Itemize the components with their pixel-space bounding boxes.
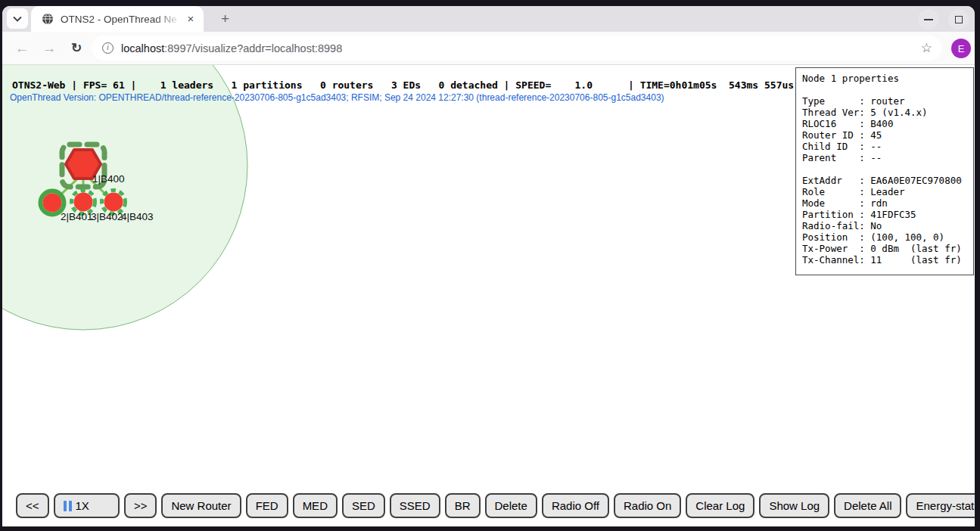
node-properties-body: Type : router Thread Ver: 5 (v1.4.x) RLO… — [802, 95, 967, 266]
delete-button[interactable]: Delete — [485, 493, 537, 518]
window-maximize-button[interactable] — [948, 9, 969, 30]
speed-up-button[interactable]: >> — [124, 493, 157, 518]
node-4-label: 4|B403 — [121, 211, 154, 222]
site-info-icon[interactable]: i — [102, 42, 114, 54]
med-button[interactable]: MED — [293, 493, 338, 518]
new-tab-button[interactable]: + — [216, 10, 235, 29]
node-3[interactable] — [72, 191, 95, 214]
node-4[interactable] — [102, 191, 126, 214]
back-arrow-icon: ← — [15, 40, 30, 57]
bookmark-star-icon[interactable]: ☆ — [921, 40, 932, 56]
otns-canvas: 1|B400 2|B401 3|B402 4|B403 OTNS2-Web | … — [2, 64, 975, 526]
address-bar[interactable]: i localhost:8997/visualize?addr=localhos… — [92, 36, 941, 61]
minimize-icon — [924, 19, 933, 20]
node-3-body[interactable] — [74, 193, 93, 212]
speed-button[interactable]: 1X — [54, 493, 120, 518]
radio-off-button[interactable]: Radio Off — [542, 493, 609, 518]
url-host: localhost — [121, 42, 164, 54]
pause-icon — [64, 501, 72, 511]
tab-otns2[interactable]: OTNS2 - OpenThread Ne × — [31, 6, 204, 32]
show-log-button[interactable]: Show Log — [759, 493, 829, 518]
tab-close-icon[interactable]: × — [184, 12, 198, 26]
node-properties-panel: Node 1 properties Type : router Thread V… — [795, 67, 974, 275]
browser-toolbar: ← → ↻ i localhost:8997/visualize?addr=lo… — [2, 32, 975, 64]
profile-avatar[interactable]: E — [951, 39, 971, 58]
new-router-button[interactable]: New Router — [161, 493, 241, 518]
ssed-button[interactable]: SSED — [390, 493, 440, 518]
node-2-label: 2|B401 — [61, 211, 93, 222]
node-4-body[interactable] — [104, 193, 123, 212]
clear-log-button[interactable]: Clear Log — [686, 493, 754, 518]
browser-window: OTNS2 - OpenThread Ne × + ← → ↻ i localh… — [2, 6, 975, 526]
url-path: :8997/visualize?addr=localhost:8998 — [164, 42, 342, 54]
chevron-down-icon — [13, 16, 22, 22]
node-2-body[interactable] — [43, 194, 62, 213]
tab-strip: OTNS2 - OpenThread Ne × + — [2, 6, 975, 32]
node-properties-title: Node 1 properties — [802, 73, 967, 84]
delete-all-button[interactable]: Delete All — [834, 493, 901, 518]
radio-range-circle — [2, 65, 247, 330]
energy-stats-button[interactable]: Energy-stats ↗ — [906, 493, 975, 518]
forward-button[interactable]: → — [36, 36, 63, 61]
forward-arrow-icon: → — [42, 40, 57, 57]
br-button[interactable]: BR — [445, 493, 481, 518]
tab-title: OTNS2 - OpenThread Ne — [61, 14, 182, 25]
simulation-controls: << 1X >> New Router FED MED SED SSED BR … — [16, 493, 975, 518]
reload-button[interactable]: ↻ — [63, 36, 90, 61]
openthread-version-text: OpenThread Version: OPENTHREAD/thread-re… — [10, 92, 664, 103]
node-3-label: 3|B402 — [91, 211, 123, 222]
node-1-label: 1|B400 — [92, 173, 125, 185]
fed-button[interactable]: FED — [246, 493, 288, 518]
sed-button[interactable]: SED — [342, 493, 385, 518]
tab-search-button[interactable] — [7, 8, 28, 29]
speed-label: 1X — [76, 499, 89, 512]
reload-icon: ↻ — [71, 40, 82, 56]
globe-icon — [42, 13, 54, 25]
speed-down-button[interactable]: << — [16, 493, 49, 518]
maximize-icon — [955, 16, 963, 23]
url-text[interactable]: localhost:8997/visualize?addr=localhost:… — [121, 42, 921, 54]
back-button[interactable]: ← — [8, 36, 36, 61]
simulation-status-bar: OTNS2-Web | FPS= 61 | 1 leaders 1 partit… — [12, 79, 794, 91]
radio-on-button[interactable]: Radio On — [614, 493, 681, 518]
window-minimize-button[interactable] — [918, 9, 938, 30]
